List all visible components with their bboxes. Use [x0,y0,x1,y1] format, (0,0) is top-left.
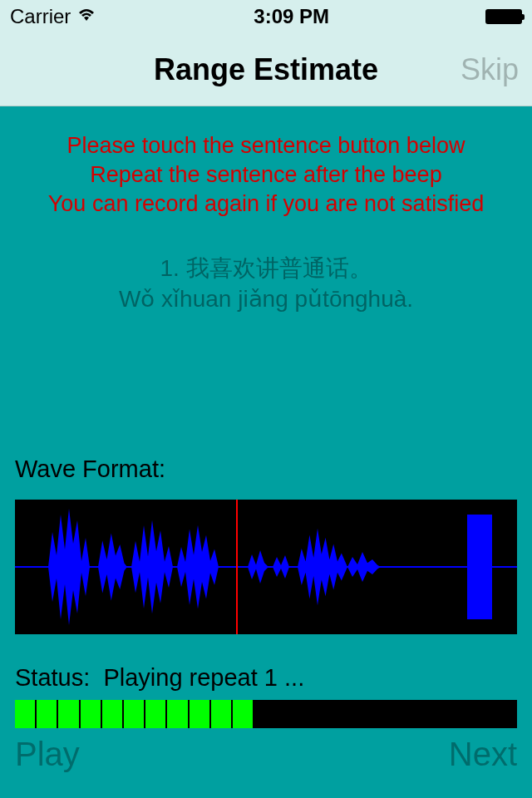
progress-segment [167,700,187,728]
progress-segment [81,700,101,728]
page-title: Range Estimate [154,52,378,87]
sentence-button[interactable]: 1. 我喜欢讲普通话。 Wǒ xǐhuan jiǎng pǔtōnghuà. [15,254,517,314]
status-bar: Carrier 3:09 PM [0,0,532,33]
play-button[interactable]: Play [15,736,80,773]
carrier-label: Carrier [10,5,71,28]
progress-segment [58,700,78,728]
progress-segment [211,700,231,728]
wave-burst [131,515,173,619]
progress-segment [124,700,144,728]
content: Please touch the sentence button below R… [0,106,532,798]
progress-segment [190,700,209,728]
progress-segment [102,700,122,728]
status-line: Status: Playing repeat 1 ... [15,664,517,692]
wave-cursor [236,500,238,634]
battery-icon [485,9,522,24]
wifi-icon [76,6,97,27]
nav-bar: Range Estimate Skip [0,33,532,106]
progress-segment [145,700,165,728]
instruction-line-2: Repeat the sentence after the beep [15,160,517,190]
time-label: 3:09 PM [254,5,329,28]
progress-segment [233,700,253,728]
skip-button[interactable]: Skip [461,52,519,87]
wave-burst [347,542,381,592]
wave-burst [248,546,268,588]
next-button[interactable]: Next [449,736,517,773]
progress-segment [37,700,57,728]
bottom-buttons: Play Next [15,736,517,773]
status-left: Carrier [10,5,97,28]
wave-burst [48,509,90,625]
instruction-line-3: You can record again if you are not sati… [15,190,517,219]
status-value: Playing repeat 1 ... [103,664,304,691]
status-label: Status: [15,664,90,691]
sentence-hanzi: 1. 我喜欢讲普通话。 [15,254,517,283]
wave-burst [298,521,347,613]
instruction-line-1: Please touch the sentence button below [15,131,517,160]
sentence-pinyin: Wǒ xǐhuan jiǎng pǔtōnghuà. [15,284,517,314]
wave-format-label: Wave Format: [15,456,517,483]
progress-segment [15,700,35,728]
progress-bar [15,700,517,728]
wave-end-block [467,515,492,619]
wave-burst [273,550,289,584]
instructions: Please touch the sentence button below R… [15,106,517,219]
wave-burst [177,517,219,617]
wave-burst [98,530,127,604]
waveform-display[interactable] [15,500,517,634]
